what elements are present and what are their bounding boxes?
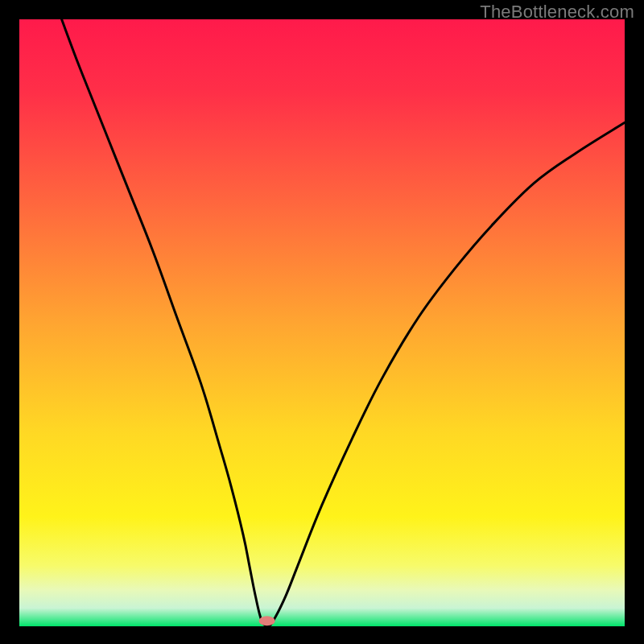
gradient-background (19, 19, 625, 626)
chart-root: TheBottleneck.com (0, 0, 644, 644)
plot-area (19, 19, 625, 626)
min-marker (259, 616, 275, 625)
plot-svg (19, 19, 625, 626)
